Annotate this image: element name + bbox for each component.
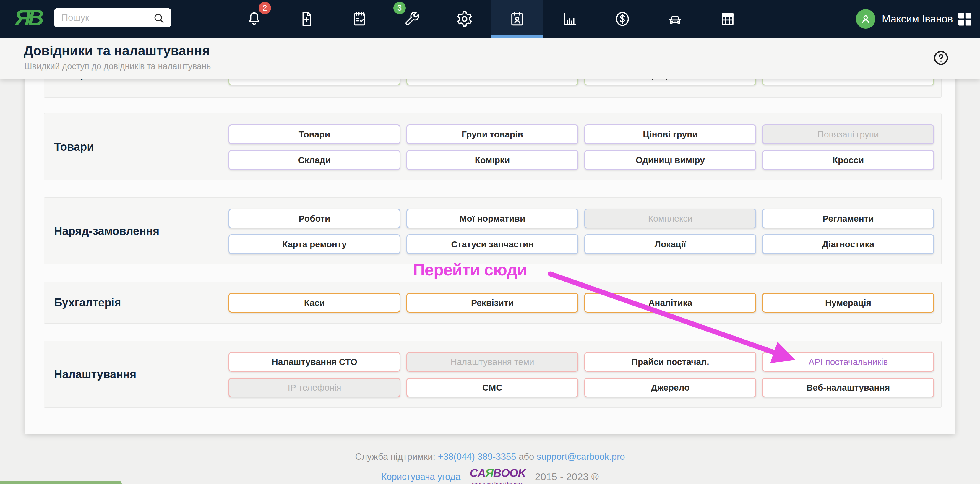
section-button: Комплекси [584, 209, 756, 228]
section-button[interactable]: Цінові групи [584, 124, 756, 144]
nav-item-wrench[interactable]: 3 [386, 0, 438, 38]
topbar-nav: 23 [228, 0, 754, 38]
help-icon[interactable] [933, 49, 949, 66]
file-plus-icon [298, 10, 315, 27]
section-label: Бухгалтерія [54, 296, 121, 309]
logo-tagline: cause we love the cars [472, 481, 523, 484]
topbar: ЯВ 23 Максим Іванов [0, 0, 980, 38]
section-button[interactable]: Аналітика [584, 293, 756, 313]
user-name: Максим Іванов [882, 13, 953, 25]
support-line: Служба підтримки: +38(044) 389-3355 або … [0, 452, 980, 462]
notification-badge: 2 [259, 2, 271, 14]
section-button[interactable]: Мої нормативи [406, 209, 578, 228]
user-menu[interactable]: Максим Іванов [856, 0, 953, 38]
footer-bottom: Користувача угода CAЯBOOK cause we love … [0, 468, 980, 484]
bottom-toast-sliver [0, 481, 122, 484]
section-button[interactable]: Комірки [406, 150, 578, 170]
section-button[interactable]: Нумерація [762, 293, 934, 313]
nav-item-calendar-check[interactable] [333, 0, 386, 38]
section-label: Товари [54, 140, 94, 153]
section-button: ІР телефонія [228, 377, 401, 397]
section-button[interactable]: Кросси [762, 150, 934, 170]
logo-part2: Я [485, 467, 493, 479]
section-button[interactable]: Карта ремонту [228, 234, 401, 254]
section-button[interactable]: СМС [406, 377, 578, 397]
section-button[interactable]: API постачальників [762, 352, 934, 372]
nav-item-dollar[interactable] [596, 0, 649, 38]
table-icon [719, 10, 736, 27]
notification-badge: 3 [393, 2, 406, 14]
section-button: Налаштування теми [406, 352, 578, 372]
copyright-years: 2015 - 2023 ® [535, 471, 599, 482]
gear-icon [456, 10, 473, 27]
nav-item-bar-chart[interactable] [544, 0, 596, 38]
search-input[interactable] [54, 8, 172, 27]
car-icon [667, 10, 684, 27]
app-root: КонтрагентиКлієнтиАвтомобіліПрацівникиПо… [0, 0, 980, 484]
nav-item-gear[interactable] [438, 0, 491, 38]
page-header: Довідники та налаштування Швидкий доступ… [0, 38, 980, 79]
avatar [856, 9, 875, 29]
app-logo[interactable]: ЯВ [15, 5, 41, 31]
nav-item-person-card[interactable] [491, 0, 544, 38]
support-email-link[interactable]: support@carbook.pro [537, 452, 625, 462]
section-button: Повязані групи [762, 124, 934, 144]
section-panel: НалаштуванняНалаштування СТОНалаштування… [44, 341, 942, 408]
page-subtitle: Швидкий доступ до довідників та налаштув… [24, 62, 211, 71]
section-button[interactable]: Джерело [584, 377, 756, 397]
page-title: Довідники та налаштування [24, 43, 210, 59]
wrench-icon [403, 10, 420, 27]
section-button[interactable]: Каси [228, 293, 401, 313]
section-button[interactable]: Товари [228, 124, 401, 144]
section-button[interactable]: Одиниці виміру [584, 150, 756, 170]
section-button[interactable]: Діагностика [762, 234, 934, 254]
calendar-check-icon [351, 10, 368, 27]
section-button[interactable]: Склади [228, 150, 401, 170]
section-panel: ТовариТовариГрупи товарівЦінові групиПов… [44, 113, 942, 180]
person-card-icon [509, 10, 526, 27]
nav-item-file-plus[interactable] [280, 0, 333, 38]
section-button[interactable]: Веб-налаштування [762, 377, 934, 397]
nav-item-car[interactable] [649, 0, 701, 38]
section-label: Наряд-замовлення [54, 224, 159, 237]
nav-item-bell[interactable]: 2 [228, 0, 280, 38]
support-phone-link[interactable]: +38(044) 389-3355 [438, 452, 516, 462]
section-button[interactable]: Роботи [228, 209, 401, 228]
user-agreement-link[interactable]: Користувача угода [381, 471, 460, 482]
carbook-logo[interactable]: CAЯBOOK cause we love the cars [468, 468, 527, 484]
apps-grid-icon[interactable] [956, 11, 973, 27]
section-panel: БухгалтеріяКасиРеквізитиАналітикаНумерац… [44, 282, 942, 323]
section-button[interactable]: Локації [584, 234, 756, 254]
section-button[interactable]: Налаштування СТО [228, 352, 401, 372]
logo-part1: CA [469, 467, 485, 479]
support-or: або [519, 452, 534, 462]
bar-chart-icon [561, 10, 578, 27]
section-button[interactable]: Прайси постачал. [584, 352, 756, 372]
bell-icon [246, 10, 263, 27]
section-button[interactable]: Статуси запчастин [406, 234, 578, 254]
logo-part3: BOOK [493, 467, 526, 479]
section-button[interactable]: Реквізити [406, 293, 578, 313]
section-button[interactable]: Регламенти [762, 209, 934, 228]
dollar-icon [614, 10, 631, 27]
support-label: Служба підтримки: [355, 452, 436, 462]
section-panel: Наряд-замовленняРоботиМої нормативиКомпл… [44, 197, 942, 264]
annotation-text: Перейти сюди [369, 260, 570, 279]
section-label: Налаштування [54, 368, 136, 381]
section-button[interactable]: Групи товарів [406, 124, 578, 144]
nav-item-table[interactable] [701, 0, 754, 38]
